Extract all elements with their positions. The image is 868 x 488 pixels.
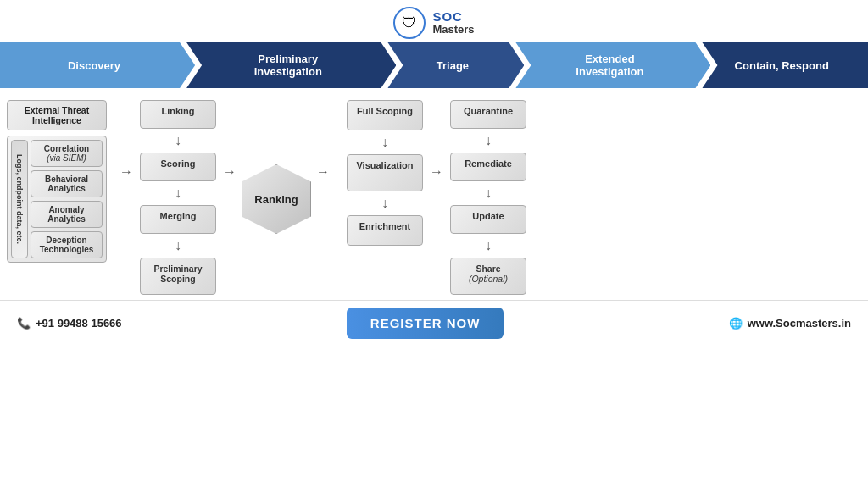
correlation-box: Correlation(via SIEM) — [31, 140, 103, 167]
share-box: Share(Optional) — [450, 258, 526, 295]
enrichment-box: Enrichment — [347, 215, 423, 246]
down-arrow-6: ↓ — [485, 134, 492, 147]
logo-text: SOC Masters — [432, 10, 474, 36]
right-arrow-icon-2: → — [223, 164, 236, 180]
quarantine-box: Quarantine — [450, 100, 526, 129]
external-threat-box: External Threat Intelligence — [7, 100, 107, 130]
preliminary-scoping-box: PreliminaryScoping — [140, 258, 216, 295]
linking-box: Linking — [140, 100, 216, 129]
phase-extended-investigation: Extended Investigation — [515, 42, 710, 88]
phase-contain-respond: Contain, Respond — [702, 42, 868, 88]
full-scoping-box: Full Scoping — [347, 100, 423, 130]
anomaly-analytics-box: AnomalyAnalytics — [31, 201, 103, 228]
down-arrow-2: ↓ — [175, 186, 181, 200]
col2-items: Linking ↓ Scoring ↓ Merging ↓ Preliminar… — [136, 97, 220, 295]
ranking-shape: Ranking — [242, 164, 311, 234]
sub-boxes: Correlation(via SIEM) BehavioralAnalytic… — [31, 140, 103, 258]
down-arrow-3: ↓ — [175, 239, 181, 252]
right-arrow-icon: → — [120, 164, 133, 180]
merging-box: Merging — [140, 205, 216, 234]
logo-masters: Masters — [432, 24, 474, 36]
phase-banner: Discovery Preliminary Investigation Tria… — [0, 42, 868, 88]
globe-icon: 🌐 — [729, 317, 743, 330]
scoring-box: Scoring — [140, 152, 216, 181]
shield-icon: 🛡 — [402, 14, 417, 32]
down-arrow-8: ↓ — [485, 239, 492, 252]
down-arrow-1: ↓ — [175, 134, 181, 147]
register-button[interactable]: REGISTER NOW — [347, 308, 504, 339]
logo-circle: 🛡 — [393, 7, 426, 39]
extended-col: Full Scoping ↓ Visualization ↓ Enrichmen… — [342, 97, 427, 246]
arrow-4: → — [429, 97, 444, 180]
down-arrow-7: ↓ — [485, 186, 492, 200]
arrow-2: → — [222, 97, 237, 180]
phone-icon: 📞 — [17, 317, 31, 330]
logs-box: Logs, endpoint data, etc. — [11, 140, 28, 258]
deception-technologies-box: DeceptionTechnologies — [31, 231, 103, 258]
triage-col: Ranking — [239, 97, 314, 234]
respond-col: Quarantine ↓ Remediate ↓ Update ↓ Share(… — [446, 97, 531, 295]
diagram: External Threat Intelligence Logs, endpo… — [0, 97, 868, 295]
update-box: Update — [450, 205, 526, 234]
right-arrow-icon-4: → — [430, 164, 443, 180]
down-arrow-5: ↓ — [381, 197, 388, 210]
phase-preliminary-investigation: Preliminary Investigation — [186, 42, 396, 88]
visualization-box: Visualization — [347, 154, 423, 191]
logo-soc: SOC — [432, 10, 474, 25]
website-url: www.Socmasters.in — [748, 317, 851, 330]
down-arrow-4: ↓ — [381, 136, 388, 149]
header: 🛡 SOC Masters — [0, 0, 868, 42]
footer: 📞 +91 99488 15666 REGISTER NOW 🌐 www.Soc… — [0, 300, 868, 344]
phase-triage: Triage — [387, 42, 524, 88]
remediate-box: Remediate — [450, 152, 526, 181]
arrow-1: → — [119, 97, 134, 180]
footer-phone: 📞 +91 99488 15666 — [17, 317, 122, 330]
footer-website: 🌐 www.Socmasters.in — [729, 317, 851, 330]
arrow-3: → — [315, 97, 331, 180]
behavioral-analytics-box: BehavioralAnalytics — [31, 170, 103, 197]
right-arrow-icon-3: → — [316, 164, 330, 180]
phase-discovery: Discovery — [0, 42, 195, 88]
phone-number: +91 99488 15666 — [36, 317, 122, 330]
